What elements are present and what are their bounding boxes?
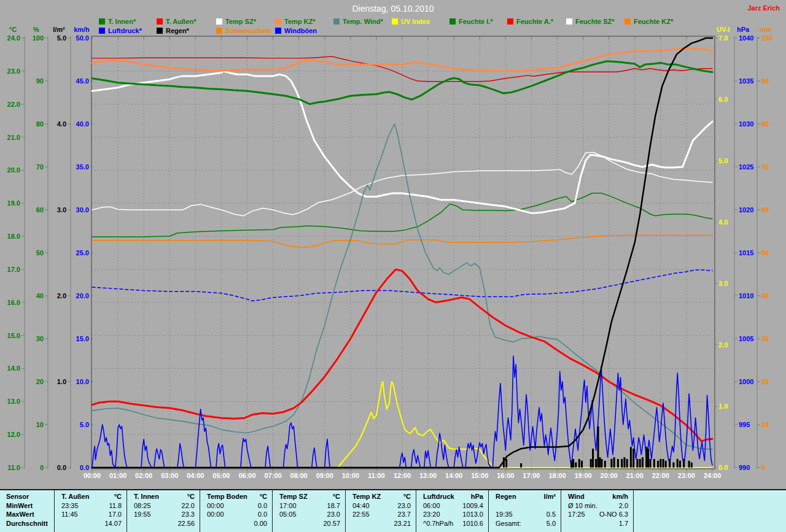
table-min-time: 23:35 — [61, 502, 79, 509]
table-column-divider — [416, 490, 416, 532]
axis-tick-label: 10 — [761, 421, 769, 428]
rain-rate-bar — [503, 457, 505, 468]
axis-tick-label: 1030 — [739, 120, 753, 128]
rain-rate-bar — [613, 457, 615, 468]
table-min-value: 0.0 — [258, 502, 267, 509]
table-column-divider — [561, 490, 561, 532]
x-axis-hour-label: 12:00 — [394, 472, 411, 479]
table-min-time: 06:00 — [423, 502, 440, 509]
rain-rate-bar — [663, 459, 664, 468]
axis-tick-label: 35.0 — [76, 163, 89, 171]
axis-tick-label: 6.0 — [718, 96, 728, 103]
x-axis-hour-label: 11:00 — [368, 472, 385, 479]
table-header-unit: °C — [403, 493, 411, 500]
x-axis-hour-label: 21:00 — [626, 472, 644, 479]
rain-rate-bar — [639, 459, 641, 468]
table-avg-value: 14.07 — [104, 520, 122, 527]
weather-chart: 11.012.013.014.015.016.017.018.019.020.0… — [0, 0, 786, 489]
table-header-name: Luftdruck — [423, 493, 454, 500]
axis-tick-label: 70 — [761, 163, 769, 171]
weather-app-window: Dienstag, 05.10.2010 Jarz Erich T. Innen… — [0, 0, 786, 532]
table-max-time: 22:55 — [352, 511, 370, 518]
axis-tick-label: 0.0 — [80, 464, 89, 471]
axis-unit-label: UV-I — [717, 26, 730, 33]
axis-tick-label: 1035 — [739, 77, 753, 85]
axis-unit-label: % — [33, 26, 39, 33]
axis-tick-label: 0.0 — [57, 464, 66, 471]
axis-tick-label: 2.0 — [718, 341, 728, 349]
axis-tick-label: 1040 — [739, 34, 753, 42]
table-min-time: Ø 10 min. — [568, 502, 597, 509]
x-axis-hour-label: 02:00 — [135, 472, 152, 479]
axis-tick-label: 30 — [36, 335, 44, 342]
table-avg-note: ^0.7hPa/h — [423, 520, 453, 527]
axis-tick-label: 70 — [36, 163, 44, 171]
table-avg-value: 23.21 — [394, 520, 411, 527]
axis-tick-label: 1010 — [739, 292, 753, 299]
table-header-unit: l/m² — [543, 493, 556, 500]
rain-rate-bar — [570, 461, 572, 468]
table-max-value: 1013.0 — [462, 511, 483, 518]
x-axis-hour-label: 24:00 — [704, 472, 721, 479]
table-max-time: 23:20 — [423, 511, 440, 518]
table-max-value: 0.0 — [258, 511, 267, 518]
rain-rate-bar — [679, 461, 681, 468]
table-max-value: O-NO 6.3 — [599, 511, 628, 518]
table-max-value: 0.5 — [547, 511, 556, 518]
rain-rate-bar — [599, 457, 601, 468]
axis-tick-label: 5.0 — [57, 34, 66, 42]
table-avg-value: 20.57 — [323, 520, 340, 527]
table-avg-value: 0.00 — [254, 520, 267, 527]
x-axis-hour-label: 00:00 — [84, 472, 101, 479]
axis-tick-label: 40 — [761, 292, 769, 299]
x-axis-hour-label: 14:00 — [445, 472, 462, 479]
rain-rate-bar — [683, 459, 685, 468]
axis-tick-label: 40.0 — [76, 120, 89, 128]
axis-tick-label: 12.0 — [7, 431, 20, 438]
rain-rate-bar — [592, 449, 594, 468]
axis-tick-label: 10.0 — [76, 378, 89, 385]
rain-rate-bar — [665, 461, 667, 468]
axis-tick-label: 45.0 — [76, 77, 89, 85]
axis-tick-label: 20.0 — [7, 166, 20, 174]
table-row-label: Sensor — [6, 493, 29, 500]
rain-rate-bar — [669, 459, 671, 468]
axis-tick-label: 100 — [761, 34, 772, 42]
axis-tick-label: 60 — [36, 206, 44, 214]
axis-tick-label: 90 — [761, 77, 769, 85]
table-header-name: T. Innen — [134, 493, 159, 500]
table-column-divider — [54, 490, 55, 532]
x-axis-hour-label: 07:00 — [265, 472, 282, 479]
x-axis-hour-label: 10:00 — [342, 472, 359, 479]
x-axis-hour-label: 08:00 — [290, 472, 308, 479]
table-column-divider — [272, 490, 273, 532]
axis-tick-label: 15.0 — [76, 335, 89, 342]
rain-rate-bar — [572, 459, 574, 468]
axis-tick-label: 15.0 — [7, 332, 20, 339]
table-max-time: 17:25 — [568, 511, 585, 518]
x-axis-hour-label: 03:00 — [161, 472, 178, 479]
axis-tick-label: 14.0 — [7, 364, 20, 372]
rain-rate-bar — [505, 459, 507, 468]
x-axis-hour-label: 01:00 — [109, 472, 126, 479]
rain-rate-bar — [645, 447, 647, 468]
axis-tick-label: 1000 — [739, 378, 753, 385]
table-header-unit: °C — [187, 493, 195, 500]
table-max-time: 19:35 — [496, 511, 513, 518]
rain-rate-bar — [688, 461, 690, 468]
axis-tick-label: 1005 — [739, 335, 753, 342]
axis-tick-label: 50 — [761, 249, 769, 256]
rain-rate-bar — [575, 463, 577, 468]
axis-tick-label: 0 — [761, 464, 765, 471]
axis-tick-label: 1.0 — [718, 403, 728, 410]
axis-tick-label: 21.0 — [7, 134, 20, 141]
rain-rate-bar — [650, 459, 652, 468]
table-min-value: 18.7 — [327, 502, 340, 509]
table-column-divider — [126, 490, 127, 532]
table-max-value: 23.0 — [327, 511, 340, 518]
rain-rate-bar — [610, 459, 612, 468]
axis-tick-label: 0.0 — [718, 464, 728, 471]
axis-tick-label: 25.0 — [76, 249, 89, 256]
x-axis-hour-label: 17:00 — [523, 472, 540, 479]
rain-rate-bar — [630, 447, 632, 468]
